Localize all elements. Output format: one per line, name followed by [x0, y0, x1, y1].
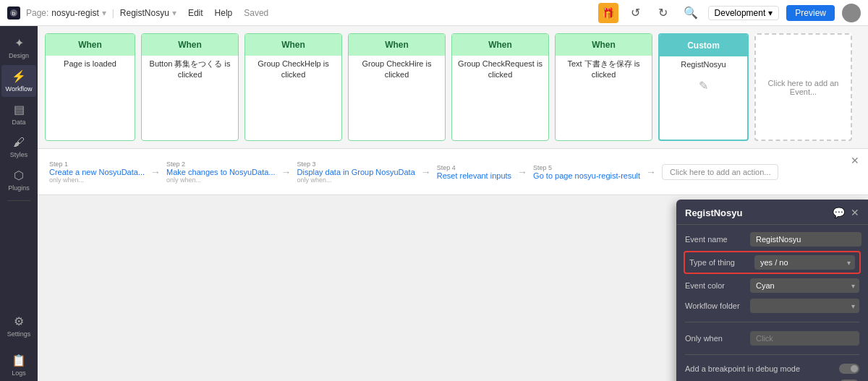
topbar-menu: Edit Help Saved — [188, 8, 268, 18]
event-color-label: Event color — [685, 281, 750, 290]
logo: b — [7, 7, 20, 20]
modal-comment-icon[interactable]: 💬 — [833, 207, 845, 218]
event-desc-1: Button 募集をつくる is clicked — [142, 56, 238, 87]
step-arrow-2: → — [421, 166, 431, 178]
preview-button[interactable]: Preview — [786, 5, 835, 21]
topbar-right: 🎁 ↺ ↻ 🔍 Development ▾ Preview — [598, 3, 861, 23]
page-name: nosyu-regist — [51, 8, 98, 18]
gift-icon-btn[interactable]: 🎁 — [598, 3, 618, 23]
page-prefix: Page: — [26, 8, 48, 18]
sub-page-selector[interactable]: RegistNosyu ▾ — [120, 8, 176, 18]
step-sub-0: only when... — [49, 176, 145, 184]
styles-icon: 🖌 — [13, 136, 25, 149]
steps-bar-close[interactable]: ✕ — [851, 155, 859, 166]
step-item-4: Step 5 Go to page nosyu-regist-result → — [533, 164, 662, 180]
logs-icon: 📋 — [12, 354, 26, 367]
saved-status: Saved — [244, 8, 268, 18]
event-card-2[interactable]: When Group CheckHelp is clicked — [244, 33, 342, 141]
add-event-text: Click here to add an Event... — [756, 70, 851, 105]
sidebar-divider — [7, 200, 30, 201]
modal-row-only-when: Only when Click — [685, 331, 859, 346]
event-color-select[interactable]: Cyan Red Green Blue — [750, 278, 859, 293]
event-card-0[interactable]: When Page is loaded — [45, 33, 135, 141]
workflow-folder-select[interactable] — [750, 299, 859, 313]
menu-help[interactable]: Help — [215, 8, 233, 18]
step-num-1: Step 2 — [166, 160, 275, 168]
step-label-4[interactable]: Go to page nosyu-regist-result — [533, 171, 640, 180]
event-desc-5: Text 下書きを保存 is clicked — [556, 56, 652, 87]
main-layout: ✦ Design ⚡ Workflow ▤ Data 🖌 Styles ⬡ Pl… — [0, 26, 868, 381]
step-sub-1: only when... — [166, 176, 275, 184]
breakpoint-toggle[interactable] — [839, 364, 859, 374]
step-item-3: Step 4 Reset relevant inputs → — [437, 164, 533, 180]
only-when-button[interactable]: Click — [750, 331, 859, 346]
step-label-1[interactable]: Make changes to NosyuData... — [166, 168, 275, 176]
event-trigger-3: When — [349, 34, 445, 56]
sidebar-label-logs: Logs — [12, 369, 26, 377]
sidebar-item-settings[interactable]: ⚙ Settings — [1, 310, 36, 342]
modal-divider-2 — [685, 354, 859, 355]
sidebar-item-logs[interactable]: 📋 Logs — [1, 349, 36, 381]
dev-mode-label: Development — [715, 8, 766, 18]
breakpoint-label: Add a breakpoint in debug mode — [685, 364, 839, 373]
sidebar-label-data: Data — [12, 119, 25, 126]
type-select-wrapper: yes / no text number ▾ — [754, 255, 855, 270]
modal-header-icons: 💬 ✕ — [833, 207, 859, 218]
modal-close-icon[interactable]: ✕ — [851, 207, 859, 218]
step-label-0[interactable]: Create a new NosyuData... — [49, 168, 145, 176]
event-name-input[interactable] — [750, 232, 861, 247]
redo-icon[interactable]: ↻ — [653, 3, 673, 23]
content-area: When Page is loaded When Button 募集をつくる i… — [38, 26, 868, 381]
edit-icon-card: ✎ — [699, 79, 708, 93]
sidebar-item-data[interactable]: ▤ Data — [1, 98, 36, 130]
step-arrow-0: → — [150, 166, 161, 178]
svg-text:b: b — [12, 10, 16, 17]
sidebar-label-workflow: Workflow — [6, 85, 33, 93]
search-icon[interactable]: 🔍 — [681, 3, 701, 23]
sub-page-dropdown-icon[interactable]: ▾ — [172, 8, 176, 18]
avatar[interactable] — [842, 4, 861, 22]
event-card-5[interactable]: When Text 下書きを保存 is clicked — [555, 33, 652, 141]
add-event-card[interactable]: Click here to add an Event... — [754, 33, 852, 141]
topbar: b Page: nosyu-regist ▾ | RegistNosyu ▾ E… — [0, 0, 868, 26]
modal-panel: RegistNosyu 💬 ✕ Event name Type of thing — [676, 200, 868, 381]
dev-mode-selector[interactable]: Development ▾ — [708, 6, 780, 20]
modal-header: RegistNosyu 💬 ✕ — [676, 200, 868, 225]
event-card-6[interactable]: Custom RegistNosyu ✎ — [658, 33, 749, 141]
undo-icon[interactable]: ↺ — [626, 3, 646, 23]
event-trigger-0: When — [46, 34, 135, 56]
add-action-button[interactable]: Click here to add an action... — [662, 164, 778, 180]
event-card-1[interactable]: When Button 募集をつくる is clicked — [141, 33, 239, 141]
data-icon: ▤ — [14, 103, 25, 116]
event-trigger-2: When — [245, 34, 341, 56]
step-box-3: Step 4 Reset relevant inputs — [437, 164, 511, 180]
sidebar-item-workflow[interactable]: ⚡ Workflow — [1, 65, 36, 97]
plugins-icon: ⬡ — [14, 168, 24, 182]
step-num-0: Step 1 — [49, 160, 145, 168]
event-trigger-5: When — [556, 34, 652, 56]
step-arrow-1: → — [281, 166, 292, 178]
steps-bar: ✕ Step 1 Create a new NosyuData... only … — [38, 149, 868, 195]
type-select[interactable]: yes / no text number — [754, 255, 855, 270]
sidebar-item-design[interactable]: ✦ Design — [1, 32, 36, 64]
event-card-4[interactable]: When Group CheckRequest is clicked — [451, 33, 549, 141]
workflow-folder-select-wrapper: ▾ — [750, 299, 859, 313]
sidebar-item-styles[interactable]: 🖌 Styles — [1, 132, 36, 163]
page-selector[interactable]: Page: nosyu-regist ▾ — [26, 8, 106, 18]
design-icon: ✦ — [14, 36, 24, 50]
step-label-3[interactable]: Reset relevant inputs — [437, 171, 511, 180]
dev-dropdown-icon: ▾ — [768, 8, 773, 18]
menu-edit[interactable]: Edit — [188, 8, 203, 18]
page-dropdown-icon[interactable]: ▾ — [102, 8, 106, 18]
event-desc-3: Group CheckHire is clicked — [349, 56, 445, 87]
sidebar: ✦ Design ⚡ Workflow ▤ Data 🖌 Styles ⬡ Pl… — [0, 26, 38, 381]
sidebar-item-plugins[interactable]: ⬡ Plugins — [1, 164, 36, 196]
event-trigger-1: When — [142, 34, 238, 56]
settings-icon: ⚙ — [14, 314, 24, 328]
event-desc-0: Page is loaded — [59, 56, 121, 75]
event-color-select-wrapper: Cyan Red Green Blue ▾ — [750, 278, 859, 293]
event-card-3[interactable]: When Group CheckHire is clicked — [348, 33, 446, 141]
step-label-2[interactable]: Display data in Group NosyuData — [297, 168, 415, 176]
modal-row-type: Type of thing yes / no text number ▾ — [684, 251, 861, 274]
topbar-sep1: | — [112, 8, 114, 18]
